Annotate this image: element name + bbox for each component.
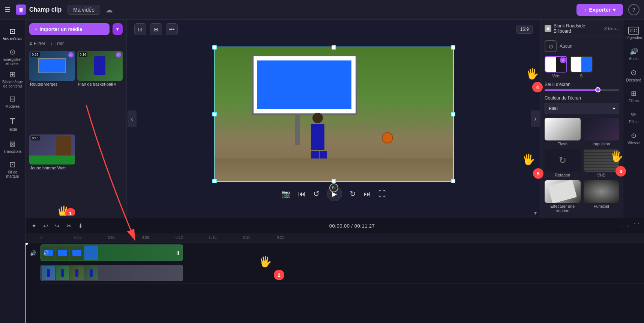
effect-flash[interactable]: Flash xyxy=(545,118,581,146)
effect-smoke-label: Fumiciel xyxy=(584,204,620,208)
sidebar-item-models[interactable]: ⊟ Modèles xyxy=(2,91,23,112)
media-item-basketball[interactable]: 0:16 ✓ Plan de basket-ball v xyxy=(77,51,123,132)
redo-button[interactable]: ↪ xyxy=(53,221,61,231)
import-button-arrow[interactable]: ▾ xyxy=(113,23,123,35)
effect-impulse[interactable]: Impulsion xyxy=(584,118,620,146)
back5-button[interactable]: ↺ xyxy=(313,189,320,198)
rsidebar-captions[interactable]: CC Légendes xyxy=(625,23,643,43)
rsidebar-effects-label: Effets xyxy=(629,120,638,124)
media-icon: ⊡ xyxy=(9,27,16,36)
sidebar-item-library-label: Bibliothèque de contenu xyxy=(2,80,23,88)
effect-thumb-impulse xyxy=(584,118,620,140)
rsidebar-speed[interactable]: ⊙ Vitesse xyxy=(625,128,643,148)
fullscreen-button[interactable]: ⛶ xyxy=(378,190,386,198)
nav-arrow-left[interactable]: ‹ xyxy=(128,110,137,127)
nav-arrow-right[interactable]: › xyxy=(531,110,540,127)
sort-button[interactable]: ↕ Trier xyxy=(51,41,64,46)
models-icon: ⊟ xyxy=(9,94,16,103)
sidebar-item-text[interactable]: T Texte xyxy=(2,113,23,134)
rsidebar-filters[interactable]: ⊞ Filtres xyxy=(625,86,643,106)
sidebar-item-library[interactable]: ⊞ Bibliothèque de contenu xyxy=(2,68,23,89)
undo-button[interactable]: ↩ xyxy=(42,221,50,231)
more-button[interactable]: ••• xyxy=(166,23,178,35)
gs-slider[interactable] xyxy=(545,89,619,91)
zoom-in-button[interactable]: + xyxy=(626,223,630,229)
timeline-tracks: 🔊 xyxy=(26,243,644,323)
sidebar-item-record-label: Enregistrer et créer xyxy=(2,57,23,66)
handle-bl[interactable] xyxy=(212,179,217,183)
step-2-circle: 2 xyxy=(274,270,284,280)
media-item-routes[interactable]: 0:22 ✓ Routes vierges xyxy=(29,51,75,132)
effect-thumb-rotation: ↻ xyxy=(545,149,581,172)
step-1-circle: 1 xyxy=(65,208,75,216)
transitions-icon: ⊠ xyxy=(9,139,16,148)
ruler-mark-6: 0:06 xyxy=(108,235,115,240)
gs-s-label: S xyxy=(580,74,582,78)
chevron-down-icon: ▾ xyxy=(613,106,615,111)
effect-vhs[interactable]: VHS xyxy=(584,149,620,177)
panel-logo-icon: ▣ xyxy=(545,25,551,32)
crop-button[interactable]: ⊡ xyxy=(134,23,146,35)
ruler-mark-0: 0 xyxy=(41,235,43,240)
zoom-out-button[interactable]: − xyxy=(620,223,623,229)
rsidebar-audio[interactable]: 🔊 Audio xyxy=(625,44,643,64)
effect-thumb-vhs xyxy=(584,149,620,172)
handle-br[interactable] xyxy=(451,179,455,183)
handle-tc[interactable] xyxy=(332,45,336,50)
collapse-panel-button[interactable]: ▾ xyxy=(534,210,537,216)
rsidebar-effects[interactable]: ✏ Effets xyxy=(625,107,643,127)
step-3-circle: 3 xyxy=(615,166,626,177)
menu-icon[interactable]: ☰ xyxy=(5,6,11,14)
gs-screen-color-label: Couleur de l'écran xyxy=(545,95,619,101)
panel-subtitle: S bleu... xyxy=(604,26,619,31)
handle-ml[interactable] xyxy=(212,112,217,116)
help-button[interactable]: ? xyxy=(628,4,639,15)
gs-slider-thumb[interactable] xyxy=(595,87,600,92)
bball-frame-3 xyxy=(70,266,84,280)
capture-button[interactable]: 📷 xyxy=(281,189,291,198)
handle-mr[interactable] xyxy=(451,112,455,116)
gs-color-s[interactable] xyxy=(570,56,593,72)
handle-bc[interactable] xyxy=(332,179,336,183)
rsidebar-decolor[interactable]: ⊙ Décoloré xyxy=(625,65,643,85)
gs-color-vert[interactable]: ✏ xyxy=(545,56,567,72)
insert-button[interactable]: ⬇ xyxy=(77,221,84,231)
sidebar-item-brand[interactable]: ⊡ Kit de marque xyxy=(2,158,23,180)
media-item-jeune[interactable]: 0:15 Jeune homme Watt 🖐️ 1 xyxy=(29,134,75,216)
prev-button[interactable]: ⏮ xyxy=(298,190,306,198)
video-canvas: ↻ xyxy=(214,47,454,182)
effect-rotation[interactable]: ↻ Rotation xyxy=(545,149,581,177)
import-button[interactable]: + Importer un média xyxy=(29,23,110,35)
clip-basketball[interactable] xyxy=(41,265,183,281)
effect-smoke[interactable]: Fumiciel xyxy=(584,180,620,213)
gs-slider-row xyxy=(545,89,619,91)
gs-color-dropdown[interactable]: Bleu ▾ xyxy=(545,103,619,114)
add-clip-button[interactable]: ✦ xyxy=(30,221,38,231)
topbar: ☰ ▣ Champ clip Ma vidéo ☁ ↑ Exporter ▾ ? xyxy=(0,0,644,20)
aspect-ratio[interactable]: 16:9 xyxy=(516,25,533,34)
media-panel-header: + Importer un média ▾ xyxy=(26,20,126,39)
sidebar-item-media[interactable]: ⊡ Vos médias xyxy=(2,23,23,44)
sidebar-item-record[interactable]: ⊙ Enregistrer et créer xyxy=(2,46,23,67)
fit-button[interactable]: ⊞ xyxy=(150,23,162,35)
rsidebar-captions-label: Légendes xyxy=(626,36,642,40)
handle-tr[interactable] xyxy=(451,45,455,50)
media-thumb-jeune: 0:15 xyxy=(29,134,75,165)
handle-tl[interactable] xyxy=(212,45,217,50)
next-button[interactable]: ⏭ xyxy=(363,190,371,198)
project-name[interactable]: Ma vidéo xyxy=(68,5,100,15)
effect-flash-label: Flash xyxy=(545,142,581,146)
rotate-handle[interactable]: ↻ xyxy=(329,183,338,192)
export-button[interactable]: ↑ Exporter ▾ xyxy=(576,4,623,16)
sidebar-item-transitions[interactable]: ⊠ Transitions xyxy=(2,136,23,157)
effect-rotation2[interactable]: Effectuer une rotation xyxy=(545,180,581,213)
fwd5-button[interactable]: ↻ xyxy=(350,189,356,198)
effects-grid: Flash Impulsion ↻ Rotation VHS xyxy=(545,118,619,213)
cut-button[interactable]: ✂ xyxy=(65,221,73,231)
playhead[interactable] xyxy=(26,243,26,323)
bball-frame-2 xyxy=(56,266,69,280)
filter-button[interactable]: ≡ Filtrer xyxy=(29,41,45,46)
timeline-expand-button[interactable]: ⛶ xyxy=(633,223,639,229)
clip-green[interactable]: 🔊 ⏸ xyxy=(41,245,183,261)
track-1-label: 🔊 xyxy=(26,250,40,256)
